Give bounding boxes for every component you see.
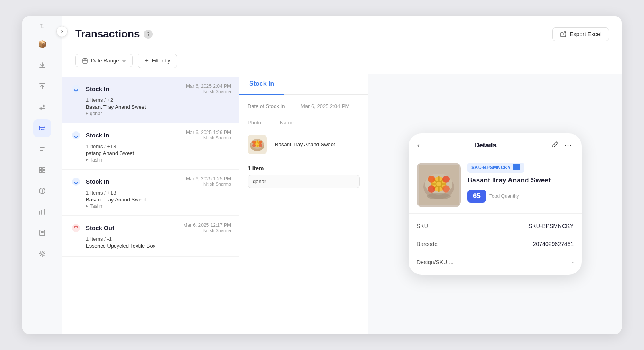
- design-sku-field-row: Design/SKU ... -: [417, 253, 574, 271]
- edit-icon: [551, 141, 559, 149]
- product-row[interactable]: Basant Tray Anand Sweet: [248, 130, 360, 159]
- sidebar-item-transactions[interactable]: [33, 119, 51, 137]
- svg-rect-33: [515, 164, 516, 170]
- transaction-item[interactable]: Stock Out Mar 6, 2025 12:17 PM Nitish Sh…: [62, 216, 239, 257]
- svg-point-18: [259, 141, 262, 144]
- content-area: Transactions ? Export Excel Date Range: [62, 16, 622, 334]
- svg-point-30: [427, 193, 451, 199]
- stock-in-icon: [70, 130, 82, 141]
- help-icon[interactable]: ?: [144, 30, 153, 39]
- sku-field-row: SKU SKU-BPSMNCKY: [417, 217, 574, 235]
- export-icon: [560, 31, 566, 37]
- sku-badge: SKU-BPSMNCKY: [467, 163, 524, 173]
- sidebar-item-add[interactable]: [33, 182, 51, 200]
- stock-in-tab[interactable]: Stock In: [239, 74, 284, 95]
- svg-point-28: [428, 185, 435, 193]
- svg-point-7: [41, 253, 43, 255]
- svg-point-25: [436, 181, 442, 187]
- sidebar: ⇅ 📦: [22, 16, 62, 334]
- basant-tray-image: [248, 136, 266, 153]
- svg-rect-32: [514, 164, 515, 170]
- svg-rect-36: [518, 164, 519, 170]
- svg-point-26: [428, 176, 435, 183]
- product-image: [417, 163, 461, 207]
- back-button[interactable]: ‹: [417, 141, 420, 149]
- page-header: Transactions ? Export Excel: [62, 16, 622, 48]
- warehouse-input[interactable]: [248, 175, 360, 188]
- svg-rect-34: [516, 164, 517, 170]
- sidebar-item-notes[interactable]: [33, 224, 51, 242]
- date-range-filter[interactable]: Date Range: [75, 54, 133, 67]
- stock-in-icon: [70, 176, 82, 187]
- transaction-item[interactable]: Stock In Mar 6, 2025 2:04 PM Nitish Shar…: [62, 77, 239, 123]
- svg-point-16: [256, 143, 258, 145]
- sidebar-item-analytics[interactable]: [33, 203, 51, 221]
- svg-point-29: [442, 185, 450, 193]
- svg-rect-37: [519, 164, 520, 170]
- transaction-list: Stock In Mar 6, 2025 2:04 PM Nitish Shar…: [62, 74, 239, 334]
- transaction-item[interactable]: Stock In Mar 6, 2025 1:26 PM Nitish Shar…: [62, 123, 239, 170]
- transaction-item[interactable]: Stock In Mar 6, 2025 1:25 PM Nitish Shar…: [62, 170, 239, 216]
- phone-mockup: ‹ Details ⋯: [409, 133, 582, 275]
- chevron-down-icon: [122, 59, 126, 63]
- svg-rect-1: [39, 167, 42, 170]
- product-details-wrapper: ‹ Details ⋯: [368, 74, 622, 334]
- export-excel-button[interactable]: Export Excel: [552, 27, 609, 41]
- scroll-arrows-icon: ⇅: [40, 23, 45, 29]
- barcode-field-row: Barcode 2074029627461: [417, 235, 574, 253]
- sidebar-item-box[interactable]: 📦: [33, 35, 51, 53]
- stock-out-icon: [70, 222, 82, 234]
- svg-rect-31: [513, 164, 514, 170]
- filter-by-button[interactable]: + Filter by: [138, 54, 177, 68]
- filters-row: Date Range + Filter by: [62, 48, 622, 74]
- product-photo: [248, 135, 267, 154]
- sidebar-item-upload[interactable]: [33, 77, 51, 95]
- detail-fields: SKU SKU-BPSMNCKY Barcode 2074029627461 D…: [409, 214, 582, 275]
- split-layout: Stock In Mar 6, 2025 2:04 PM Nitish Shar…: [62, 74, 622, 334]
- svg-rect-3: [39, 170, 42, 173]
- product-card: SKU-BPSMNCKY: [409, 156, 582, 214]
- sidebar-item-grid[interactable]: [33, 161, 51, 179]
- edit-button[interactable]: [551, 141, 559, 150]
- svg-point-27: [442, 176, 450, 183]
- stock-in-icon: [70, 83, 82, 95]
- sidebar-item-download[interactable]: [33, 56, 51, 74]
- svg-rect-0: [39, 126, 45, 130]
- calendar-icon: [82, 58, 88, 64]
- page-title: Transactions: [75, 28, 140, 40]
- stock-in-panel: Stock In Date of Stock In Mar 6, 2025 2:…: [239, 74, 368, 334]
- barcode-icon: [513, 164, 520, 171]
- sidebar-item-settings[interactable]: [33, 245, 51, 263]
- svg-rect-35: [517, 164, 518, 170]
- svg-point-20: [259, 144, 262, 147]
- sidebar-item-transfer[interactable]: [33, 98, 51, 116]
- sidebar-item-list[interactable]: [33, 140, 51, 158]
- svg-point-17: [252, 141, 256, 144]
- phone-header: ‹ Details ⋯: [409, 133, 582, 156]
- svg-rect-2: [43, 167, 45, 170]
- svg-rect-4: [43, 170, 45, 173]
- more-button[interactable]: ⋯: [564, 141, 573, 150]
- svg-point-19: [252, 144, 256, 147]
- svg-rect-8: [83, 59, 87, 63]
- sidebar-toggle-button[interactable]: [56, 26, 68, 37]
